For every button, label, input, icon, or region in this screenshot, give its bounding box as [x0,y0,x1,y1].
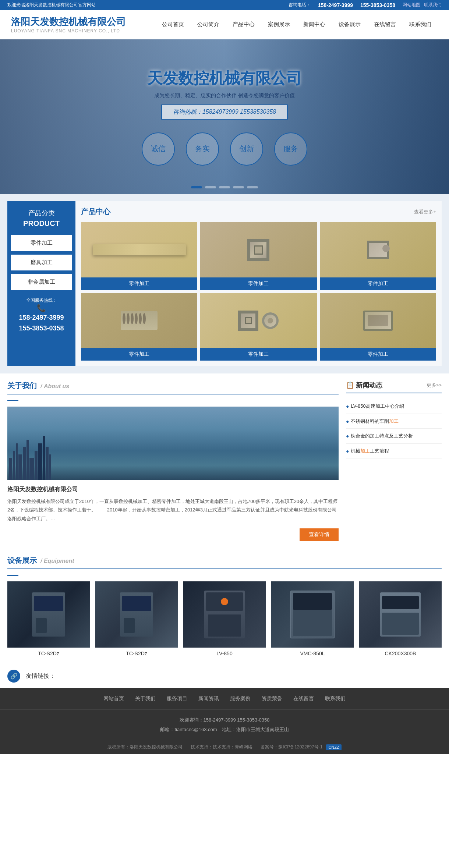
about-image [7,407,339,480]
about-section: 关于我们/ About us [7,381,339,541]
equipment-img-2 [183,581,266,648]
nav-message[interactable]: 在线留言 [367,18,403,31]
footer-nav-contact[interactable]: 联系我们 [325,695,346,702]
about-detail-button[interactable]: 查看详情 [300,528,339,541]
hero-value-1: 务实 [186,132,219,166]
equipment-section: 设备展示/ Equipment TC-S2Dz [0,548,449,664]
product-img-3 [81,293,197,348]
nav-equipment[interactable]: 设备展示 [332,18,367,31]
equipment-name-3: VMC-850L [271,651,354,656]
links-title: 友情链接： [26,672,55,680]
news-item-2[interactable]: ● 钛合金的加工特点及工艺分析 [346,429,442,444]
product-main-header: 产品中心 查看更多+ [81,207,436,217]
news-title: 📋 新闻动态 [346,381,382,390]
hero-phone: 咨询热线：15824973999 15538530358 [161,104,288,120]
hero-subtitle: 成为您长期、稳定、忠实的合作伙伴 创造令您满意的客户价值 [142,92,307,99]
logo-en: LUOYANG TIANFA SNC MACHINERY CO., LTD [11,28,126,33]
footer-nav-honor[interactable]: 资质荣誉 [262,695,282,702]
product-img-1 [200,222,317,277]
product-card-3: 零件加工 [81,293,197,361]
product-sidebar-title: 产品分类 [11,209,72,217]
links-section: 🔗 友情链接： [0,664,449,688]
news-dot-icon: ● [346,403,349,409]
product-img-4 [200,293,317,348]
product-center-title: 产品中心 [81,207,110,217]
top-bar-consultation: 咨询电话： [289,2,311,8]
hero-title: 天发数控机械有限公司 [142,68,307,89]
nav-cases[interactable]: 案例展示 [261,18,297,31]
hero-value-0: 诚信 [142,132,175,166]
news-dot-icon-1: ● [346,418,349,424]
news-header: 📋 新闻动态 更多>> [346,381,442,393]
news-list: ● LV-850高速加工中心介绍 ● 不锈钢材料的车削加工 ● 钛合金的加工特点… [346,399,442,458]
logo: 洛阳天发数控机械有限公司 LUOYANG TIANFA SNC MACHINER… [11,15,126,33]
hero-dots [191,186,258,188]
news-item-text-0: LV-850高速加工中心介绍 [351,403,404,410]
news-item-1[interactable]: ● 不锈钢材料的车削加工 [346,414,442,429]
sitemap-link[interactable]: 网站地图 [403,2,420,8]
news-item-0[interactable]: ● LV-850高速加工中心介绍 [346,399,442,414]
footer-nav-news[interactable]: 新闻资讯 [198,695,219,702]
equipment-card-1: TC-S2Dz [95,581,178,656]
footer-nav: 网站首页 关于我们 服务项目 新闻资讯 服务案例 资质荣誉 在线留言 联系我们 [0,688,449,710]
equipment-img-3 [271,581,354,648]
equipment-img-1 [95,581,178,648]
product-card-1: 零件加工 [200,222,317,290]
nav-about[interactable]: 公司简介 [191,18,226,31]
product-label-5: 零件加工 [320,348,436,361]
equipment-divider [7,575,18,576]
contact-link[interactable]: 联系我们 [424,2,442,8]
hero-dot-2[interactable] [205,186,216,188]
about-news-section: 关于我们/ About us [0,373,449,548]
product-grid: 零件加工 零件加工 零件加工 [81,222,436,361]
main-content: 产品分类 PRODUCT 零件加工 磨具加工 非金属加工 全国服务热线： 📞 1… [0,194,449,688]
news-item-3[interactable]: ● 机械加工工艺流程 [346,444,442,459]
hero-banner: 天发数控机械有限公司 成为您长期、稳定、忠实的合作伙伴 创造令您满意的客户价值 … [0,39,449,194]
sidebar-item-parts[interactable]: 零件加工 [11,235,72,251]
footer-nav-message[interactable]: 在线留言 [293,695,314,702]
hero-values: 诚信 务实 创新 服务 [142,132,307,166]
news-section: 📋 新闻动态 更多>> ● LV-850高速加工中心介绍 ● 不锈钢材料的车削加… [346,381,442,541]
product-more-button[interactable]: 查看更多+ [414,209,436,215]
sidebar-item-nonmetal[interactable]: 非金属加工 [11,274,72,290]
product-section: 产品分类 PRODUCT 零件加工 磨具加工 非金属加工 全国服务热线： 📞 1… [0,194,449,373]
product-label-1: 零件加工 [200,277,317,290]
logo-cn: 洛阳天发数控机械有限公司 [11,15,126,28]
footer-nav-about[interactable]: 关于我们 [135,695,156,702]
equipment-name-2: LV-850 [183,651,266,656]
footer-email-address: 邮箱：tianfacnc@163.com 地址：洛阳市王城大道南段王山 [7,725,442,734]
footer-nav-home[interactable]: 网站首页 [103,695,124,702]
equipment-card-4: CK200X300B [359,581,442,656]
hero-dot-3[interactable] [219,186,230,188]
news-item-text-3: 机械加工工艺流程 [351,447,389,455]
footer-nav-services[interactable]: 服务项目 [167,695,187,702]
equipment-card-0: TC-S2Dz [7,581,90,656]
links-icon: 🔗 [7,670,20,683]
nav-contact[interactable]: 联系我们 [403,18,438,31]
hero-value-3: 服务 [274,132,307,166]
footer: 网站首页 关于我们 服务项目 新闻资讯 服务案例 资质荣誉 在线留言 联系我们 … [0,688,449,754]
footer-nav-cases[interactable]: 服务案例 [230,695,251,702]
equipment-grid: TC-S2Dz TC-S2Dz [7,581,442,656]
hero-dot-5[interactable] [247,186,258,188]
main-nav: 公司首页 公司简介 产品中心 案例展示 新闻中心 设备展示 在线留言 联系我们 [155,18,438,31]
hero-dot-4[interactable] [233,186,244,188]
top-bar-welcome: 欢迎光临洛阳天发数控机械有限公司官方网站 [7,2,96,8]
nav-home[interactable]: 公司首页 [155,18,191,31]
product-label-3: 零件加工 [81,348,197,361]
equipment-name-1: TC-S2Dz [95,651,178,656]
hero-dot-1[interactable] [191,186,202,188]
product-card-4: 零件加工 [200,293,317,361]
nav-products[interactable]: 产品中心 [226,18,261,31]
product-img-0 [81,222,197,277]
equipment-name-0: TC-S2Dz [7,651,90,656]
product-card-0: 零件加工 [81,222,197,290]
footer-info: 欢迎咨询：158-2497-3999 155-3853-0358 邮箱：tian… [0,710,449,740]
product-card-5: 零件加工 [320,293,436,361]
equipment-img-0 [7,581,90,648]
top-bar-right: 咨询电话： 158-2497-3999 155-3853-0358 网站地图 联… [289,2,442,8]
sidebar-item-mold[interactable]: 磨具加工 [11,255,72,270]
nav-news[interactable]: 新闻中心 [297,18,332,31]
news-more-button[interactable]: 更多>> [427,382,442,389]
header: 洛阳天发数控机械有限公司 LUOYANG TIANFA SNC MACHINER… [0,10,449,39]
